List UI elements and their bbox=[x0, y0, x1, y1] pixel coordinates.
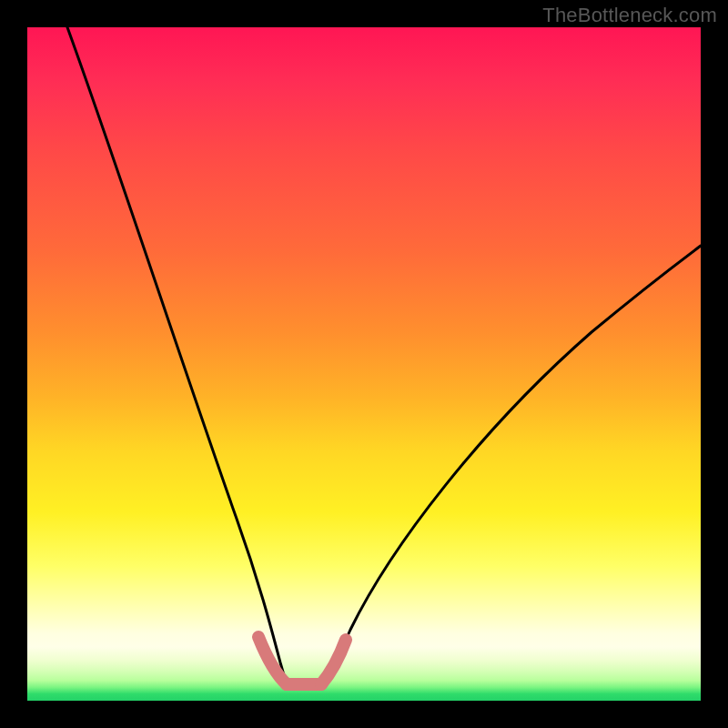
chart-frame: TheBottleneck.com bbox=[0, 0, 728, 728]
plot-area bbox=[27, 27, 701, 701]
watermark-text: TheBottleneck.com bbox=[542, 4, 717, 27]
right-curve bbox=[326, 246, 701, 682]
right-pink-segment bbox=[321, 640, 346, 684]
left-curve bbox=[67, 27, 286, 682]
curve-layer bbox=[27, 27, 701, 701]
left-pink-segment bbox=[258, 637, 287, 684]
